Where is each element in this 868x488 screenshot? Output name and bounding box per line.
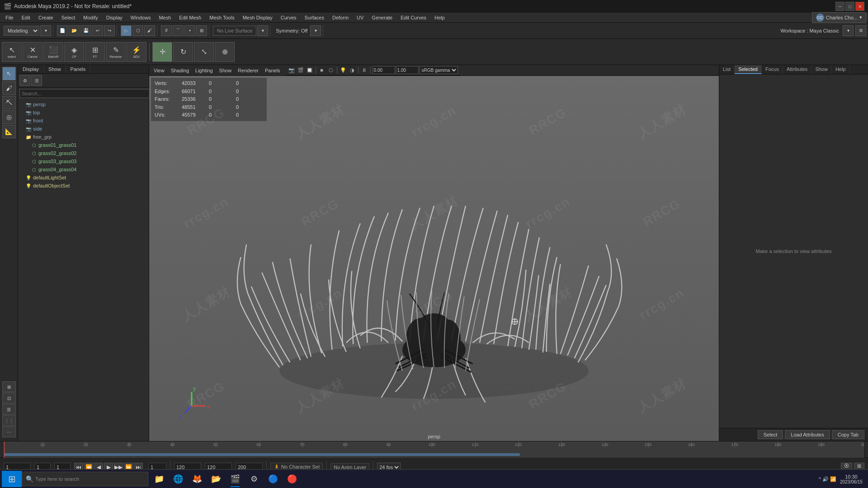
move-tool-btn[interactable]: ✛ [152,42,172,62]
view-all-btn[interactable]: ⊞ [2,381,16,392]
outliner-item[interactable]: 📷 side [18,125,149,133]
taskbar-search[interactable]: 🔍 Type here to search [22,472,148,486]
mode-options-btn[interactable]: ▾ [40,25,51,36]
outliner-item[interactable]: 📁 free_grp [18,133,149,141]
right-tab-attributes[interactable]: Attributes [783,65,811,74]
adv-tool-btn[interactable]: ⚡ ADV [127,42,146,62]
view-dots-btn[interactable]: ⋮⋮ [2,415,16,426]
cp-tool-btn[interactable]: ◈ CP [64,42,84,62]
select-btn[interactable]: ▷ [121,25,132,36]
menu-create[interactable]: Create [35,14,57,21]
menu-mesh-tools[interactable]: Mesh Tools [206,14,238,21]
outliner-tool2[interactable]: ☰ [31,75,42,86]
menu-edit-mesh[interactable]: Edit Mesh [175,14,205,21]
vp-menu-lighting[interactable]: Lighting [193,67,216,74]
outliner-item[interactable]: 📷 persp [18,100,149,108]
right-tab-help[interactable]: Help [832,65,850,74]
lasso-btn[interactable]: ⬡ [132,25,143,36]
rename-tool-btn[interactable]: ✎ Rename [106,42,126,62]
universal-tool-btn[interactable]: ⊕ [215,42,235,62]
vp-film-icon[interactable]: 🎬 [297,66,305,74]
snap-curve-btn[interactable]: ⌒ [173,25,184,36]
outliner-item[interactable]: 💡 defaultObjectSet [18,182,149,190]
snap-point-btn[interactable]: • [184,25,195,36]
rivet-btn[interactable]: ◎ [2,110,16,124]
cancel-tool-btn[interactable]: ✕ Cancel [23,42,42,62]
ft-tool-btn[interactable]: ⊞ FT [85,42,105,62]
taskbar-files-btn[interactable]: 📁 [150,471,168,487]
new-scene-btn[interactable]: 📄 [57,25,68,36]
taskbar-app1-btn[interactable]: ⚙ [245,471,263,487]
menu-deform[interactable]: Deform [329,14,352,21]
menu-edit-curves[interactable]: Edit Curves [397,14,430,21]
outliner-item[interactable]: ⬡ grass01_grass01 [18,141,149,149]
menu-windows[interactable]: Windows [127,14,155,21]
load-attributes-btn[interactable]: Load Attributes [785,430,830,439]
right-tab-selected[interactable]: Selected [735,65,762,74]
vp-wire-icon[interactable]: ⬡ [327,66,335,74]
view-more-btn[interactable]: ⋯ [2,427,16,437]
paint-btn[interactable]: 🖌 [2,81,16,95]
batchrender-tool-btn[interactable]: ⬛ BatchR [43,42,63,62]
rotate-tool-btn[interactable]: ↻ [173,42,193,62]
vp-menu-renderer[interactable]: Renderer [235,67,261,74]
vp-light-icon[interactable]: 💡 [339,66,347,74]
redo-btn[interactable]: ↪ [104,25,115,36]
outliner-item[interactable]: ⬡ grass04_grass04 [18,165,149,174]
vp-near-clip[interactable] [373,66,395,74]
taskbar-maya-btn[interactable]: 🎬 [226,471,244,487]
start-button[interactable]: ⊞ [2,471,22,487]
menu-surfaces[interactable]: Surfaces [301,14,328,21]
right-tab-show[interactable]: Show [811,65,832,74]
menu-edit[interactable]: Edit [18,14,34,21]
right-tab-focus[interactable]: Focus [762,65,783,74]
taskbar-firefox-btn[interactable]: 🦊 [188,471,206,487]
outliner-item[interactable]: 📷 top [18,108,149,117]
measure-btn[interactable]: 📐 [2,125,16,138]
live-surface-options-btn[interactable]: ▾ [257,25,268,36]
vp-pause-icon[interactable]: ⏸ [360,66,368,74]
vp-menu-view[interactable]: View [151,67,167,74]
minimize-button[interactable]: ─ [835,2,844,11]
outliner-item[interactable]: 💡 defaultLightSet [18,174,149,182]
save-btn[interactable]: 💾 [80,25,91,36]
select-footer-btn[interactable]: Select [758,430,783,439]
scale-tool-btn[interactable]: ⤡ [194,42,214,62]
vp-far-clip[interactable] [396,66,419,74]
timeline-ruler[interactable]: 1102030405060708090100110120130140150160… [4,441,864,458]
menu-mesh-display[interactable]: Mesh Display [239,14,276,21]
taskbar-edge-btn[interactable]: 🌐 [169,471,187,487]
vp-camera-icon[interactable]: 📷 [288,66,296,74]
vp-scene-icon[interactable]: 🔲 [306,66,314,74]
settings-btn[interactable]: ⚙ [855,25,866,36]
outliner-tool1[interactable]: ⚙ [19,75,30,86]
vp-menu-shading[interactable]: Shading [168,67,192,74]
live-surface-btn[interactable]: No Live Surface [213,26,256,36]
snap-view-btn[interactable]: ⊞ [196,25,207,36]
taskbar-folder-btn[interactable]: 📂 [207,471,225,487]
viewport-canvas[interactable]: Verts: 42033 0 0 Edges: 66071 0 0 Faces:… [149,76,719,441]
sculpt-btn[interactable]: ⛏ [2,96,16,109]
taskbar-app2-btn[interactable]: 🔵 [264,471,282,487]
mode-dropdown[interactable]: Modeling Rigging Animation [4,26,39,36]
open-btn[interactable]: 📂 [69,25,80,36]
outliner-tab-display[interactable]: Display [18,65,44,73]
select-mode-btn[interactable]: ↖ [2,67,16,80]
snap-grid-btn[interactable]: # [161,25,172,36]
menu-help[interactable]: Help [431,14,448,21]
outliner-search-input[interactable] [19,89,150,98]
menu-uv[interactable]: UV [353,14,367,21]
menu-mesh[interactable]: Mesh [155,14,175,21]
symmetry-options-btn[interactable]: ▾ [310,25,321,36]
vp-menu-show[interactable]: Show [217,67,235,74]
menu-display[interactable]: Display [103,14,126,21]
vp-colorspace-select[interactable]: sRGB gamma Linear [420,66,458,74]
copy-tab-btn[interactable]: Copy Tab [832,430,864,439]
right-tab-list[interactable]: List [719,65,735,74]
taskbar-app3-btn[interactable]: 🔴 [283,471,301,487]
menu-generate[interactable]: Generate [368,14,396,21]
paint-sel-btn[interactable]: 🖌 [144,25,155,36]
maximize-button[interactable]: □ [845,2,854,11]
view-list-btn[interactable]: ☰ [2,404,16,415]
outliner-tab-show[interactable]: Show [44,65,66,73]
